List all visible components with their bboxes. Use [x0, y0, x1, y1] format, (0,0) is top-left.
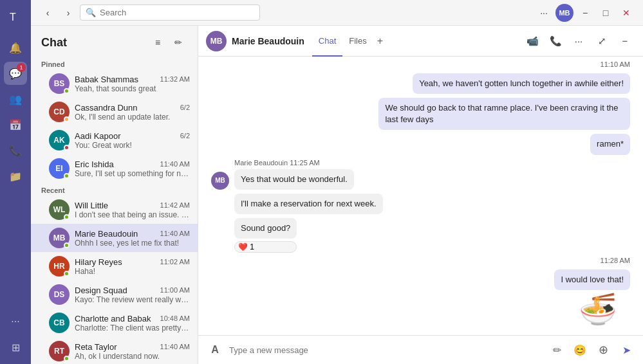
chat-name: Charlotte and Babak — [75, 314, 151, 323]
emoji-message: 🍜 — [211, 294, 630, 325]
chat-name: Babak Shammas — [75, 75, 138, 84]
close-button[interactable]: ✕ — [617, 4, 635, 22]
nav-apps[interactable]: ⊞ — [4, 336, 27, 359]
send-button[interactable]: ➤ — [617, 341, 635, 359]
more-icon: ··· — [11, 316, 19, 327]
search-input[interactable] — [100, 8, 254, 17]
chat-preview: Yeah, that sounds great — [75, 84, 190, 93]
avatar: RT — [49, 341, 70, 361]
search-icon: 🔍 — [86, 8, 96, 17]
tab-files[interactable]: Files — [342, 27, 373, 57]
svg-text:T: T — [10, 12, 16, 23]
chat-item-aadi[interactable]: AKAadi Kapoor6/2You: Great work! — [31, 126, 198, 154]
chat-item-marie[interactable]: MBMarie Beaudouin11:40 AMOhhh I see, yes… — [31, 224, 198, 252]
more-actions-button[interactable]: ··· — [568, 31, 589, 51]
pinned-items-list: BSBabak Shammas11:32 AMYeah, that sounds… — [31, 69, 198, 183]
message-row: ramen* — [211, 134, 630, 154]
recent-section-label: Recent — [31, 183, 198, 196]
message-input[interactable] — [229, 341, 543, 359]
message-row: I'll make a reservation for next week. — [211, 194, 630, 214]
chat-item-charlotte[interactable]: CBCharlotte and Babak10:48 AMCharlotte: … — [31, 309, 198, 337]
nav-activity[interactable]: 🔔 — [4, 36, 27, 59]
back-button[interactable]: ‹ — [39, 4, 57, 22]
new-chat-button[interactable]: ✏ — [169, 33, 187, 51]
add-tab-button[interactable]: + — [373, 26, 387, 56]
message-reaction[interactable]: ❤️ 1 — [234, 241, 297, 253]
activity-icon: 🔔 — [9, 42, 22, 54]
message-bubble: Yeah, we haven't gotten lunch together i… — [413, 73, 630, 94]
calls-icon: 📞 — [9, 145, 22, 157]
avatar: WL — [49, 199, 70, 220]
chat-time: 11:00 AM — [160, 286, 190, 294]
chat-list-header: Chat ≡ ✏ — [31, 26, 198, 57]
chat-time: 11:02 AM — [160, 258, 190, 266]
chat-item-babak[interactable]: BSBabak Shammas11:32 AMYeah, that sounds… — [31, 69, 198, 98]
message-bubble: I'll make a reservation for next week. — [234, 194, 383, 214]
message-avatar: MB — [211, 172, 229, 190]
chat-item-hilary[interactable]: HRHilary Reyes11:02 AMHaha! — [31, 252, 198, 280]
nav-teams[interactable]: 👥 — [4, 87, 27, 111]
nav-calendar[interactable]: 📅 — [4, 113, 27, 136]
message-bubble: I would love that! — [554, 269, 630, 290]
chat-preview: You: Great work! — [75, 141, 190, 150]
chat-list-panel: Chat ≡ ✏ Pinned BSBabak Shammas11:32 AMY… — [31, 26, 198, 364]
format-options-button[interactable]: ✏ — [548, 341, 566, 359]
message-time: 11:28 AM — [211, 257, 630, 264]
chat-header: MB Marie Beaudouin ChatFiles+ 📹 📞 ··· ⤢ … — [198, 26, 643, 57]
popout-button[interactable]: ⤢ — [592, 31, 612, 51]
message-row: MBMarie Beaudouin 11:25 AMYes that would… — [211, 159, 630, 190]
message-input-area: A ✏ 😊 ⊕ ➤ — [198, 335, 643, 364]
minimize-button[interactable]: − — [576, 4, 594, 22]
chat-preview: I don't see that being an issue. Can you… — [75, 210, 190, 219]
emoji-button[interactable]: 😊 — [571, 341, 589, 359]
audio-call-button[interactable]: 📞 — [545, 31, 566, 51]
message-bubble: Sound good? — [234, 218, 297, 239]
chat-name: Eric Ishida — [75, 159, 114, 169]
message-sender-info: Marie Beaudouin 11:25 AM — [234, 159, 354, 167]
left-nav: T 🔔 💬 1 👥 📅 📞 📁 ··· ⊞ — [0, 0, 31, 364]
chat-preview: Kayo: The review went really well! Can't… — [75, 295, 190, 304]
tab-chat[interactable]: Chat — [312, 27, 342, 57]
chat-name: Aadi Kapoor — [75, 131, 121, 141]
apps-icon: ⊞ — [12, 341, 20, 354]
nav-calls[interactable]: 📞 — [4, 139, 27, 162]
avatar: DS — [49, 284, 70, 305]
chat-item-eric[interactable]: EIEric Ishida11:40 AMSure, I'll set up s… — [31, 154, 198, 183]
chat-item-cassandra[interactable]: CDCassandra Dunn6/2Ok, I'll send an upda… — [31, 98, 198, 126]
avatar: CB — [49, 313, 70, 333]
chat-preview: Ohhh I see, yes let me fix that! — [75, 239, 190, 248]
format-button[interactable]: A — [206, 341, 224, 359]
avatar: HR — [49, 256, 70, 277]
chat-badge: 1 — [17, 63, 26, 72]
nav-chat[interactable]: 💬 1 — [4, 62, 27, 85]
avatar: EI — [49, 158, 70, 179]
main-chat-panel: MB Marie Beaudouin ChatFiles+ 📹 📞 ··· ⤢ … — [198, 26, 643, 364]
chat-preview: Ok, I'll send an update later. — [75, 113, 190, 122]
message-bubble: Yes that would be wonderful. — [234, 169, 354, 190]
chat-time: 10:48 AM — [160, 314, 190, 322]
chat-name: Will Little — [75, 201, 108, 210]
nav-more[interactable]: ··· — [4, 310, 27, 333]
video-call-button[interactable]: 📹 — [522, 31, 543, 51]
chat-item-reta[interactable]: RTReta Taylor11:40 AMAh, ok I understand… — [31, 337, 198, 364]
chat-item-will[interactable]: WLWill Little11:42 AMI don't see that be… — [31, 196, 198, 224]
maximize-button[interactable]: □ — [597, 4, 615, 22]
teams-icon: 👥 — [9, 93, 22, 105]
chat-time: 6/2 — [180, 104, 190, 111]
message-time: 11:10 AM — [211, 60, 630, 68]
search-bar: 🔍 — [80, 5, 260, 21]
chat-item-design[interactable]: DSDesign Squad11:00 AMKayo: The review w… — [31, 280, 198, 309]
message-bubble: We should go back to that ramne place. I… — [378, 98, 630, 130]
more-options-button[interactable]: ··· — [535, 4, 553, 22]
chat-time: 6/2 — [180, 132, 190, 140]
filter-button[interactable]: ≡ — [149, 33, 167, 51]
attach-button[interactable]: ⊕ — [594, 341, 612, 359]
minimize-chat-button[interactable]: − — [615, 31, 635, 51]
message-row: I would love that! — [211, 269, 630, 290]
message-bubble: ramen* — [590, 134, 630, 154]
avatar-spacer — [211, 218, 229, 253]
nav-files[interactable]: 📁 — [4, 165, 27, 188]
chat-time: 11:32 AM — [160, 75, 190, 83]
user-avatar[interactable]: MB — [555, 4, 573, 22]
forward-button[interactable]: › — [59, 4, 77, 22]
